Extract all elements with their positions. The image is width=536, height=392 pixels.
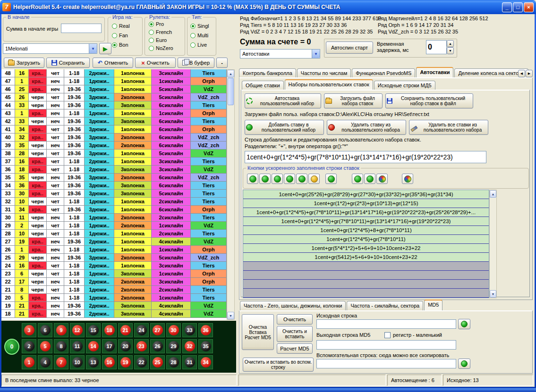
table-row[interactable]: 236чернчет1-181дюжи..3колонка1сиклайнOrp… <box>1 270 227 278</box>
table-row[interactable]: 3210чернчет1-181дюжи..1колонка2сиклайнTi… <box>1 198 227 206</box>
table-row[interactable]: 3935черннеч19-363дюжи..2колонка6сиклайнV… <box>1 142 227 150</box>
autobet-user-set-button[interactable]: Автоставка пользовательский набор <box>245 93 321 108</box>
board-number-16[interactable]: 16 <box>102 355 117 369</box>
subtab-user-bet-sets[interactable]: Наборы пользовательских ставок <box>285 79 373 90</box>
table-row[interactable]: 3716кра..чет1-182дюжи..1колонка3сиклайнT… <box>1 158 227 166</box>
board-number-2[interactable]: 2 <box>22 339 36 353</box>
board-number-21[interactable]: 21 <box>118 323 133 337</box>
scroll-down-icon[interactable]: ▼ <box>490 290 496 298</box>
board-number-zero[interactable]: 0 <box>4 339 19 355</box>
board-number-14[interactable]: 14 <box>86 339 101 353</box>
quick-chip-button-6[interactable] <box>308 174 320 184</box>
radio-euro[interactable]: Euro <box>149 37 167 43</box>
register-checkbox[interactable] <box>384 332 391 338</box>
quick-chip-button-4[interactable] <box>284 174 295 184</box>
board-number-29[interactable]: 29 <box>166 339 181 353</box>
bet-list-item[interactable]: 1cent+0+gr(1*2*4*5)+gr(7*8*10*11)+gr(13*… <box>243 208 489 217</box>
board-number-9[interactable]: 9 <box>54 323 68 337</box>
board-number-33[interactable]: 33 <box>182 323 197 337</box>
quick-chip-button-1[interactable] <box>247 174 258 184</box>
subtab-md5-source[interactable]: Исходные строки МД5 <box>374 81 435 90</box>
board-number-20[interactable]: 20 <box>118 339 133 353</box>
table-row[interactable]: 261кра..неч1-181дюжи..1колонка1сиклайнOr… <box>1 246 227 254</box>
table-row[interactable]: 471кра..неч1-181дюжи..1колонка1сиклайнOr… <box>1 77 227 85</box>
board-number-24[interactable]: 24 <box>134 323 149 337</box>
history-scrollbar[interactable]: ▲ ▼ <box>227 69 235 320</box>
scroll-down-icon[interactable]: ▼ <box>227 312 234 319</box>
md5-aux-input[interactable] <box>316 359 456 368</box>
strategy-combobox[interactable]: 1Melonati ▼ <box>3 43 97 54</box>
load-bet-set-file-button[interactable]: Загрузить файл набора ставок <box>324 93 383 108</box>
board-number-31[interactable]: 31 <box>182 355 197 369</box>
table-row[interactable]: 4433черннеч19-363дюжи..3колонка6сиклайнT… <box>1 101 227 109</box>
titlebar[interactable]: 7 HelperRoullet 5.4- create helperroulle… <box>0 0 536 14</box>
play-button[interactable]: ▶ <box>99 43 111 54</box>
table-row[interactable]: 3134кра..чет19-363дюжи..1колонка6сиклайн… <box>1 206 227 214</box>
board-number-19[interactable]: 19 <box>118 355 133 369</box>
board-number-4[interactable]: 4 <box>38 355 52 369</box>
quick-chip-button-8[interactable] <box>352 174 363 184</box>
board-number-13[interactable]: 13 <box>86 355 101 369</box>
save-bet-set-file-button[interactable]: Сохранить пользовательский набор ставок … <box>385 93 473 108</box>
board-number-1[interactable]: 1 <box>22 355 36 369</box>
tab-freq-sixlines-sectors[interactable]: Частота - сиклайны, сектора <box>347 301 423 310</box>
board-number-22[interactable]: 22 <box>134 355 149 369</box>
scrollbar-thumb[interactable] <box>228 78 234 105</box>
bet-list-item[interactable]: 1cent+gr(5412)+5+6+9+10+10cent+23+22 <box>243 253 489 262</box>
md5-aux-action-button[interactable] <box>458 359 470 369</box>
board-number-23[interactable]: 23 <box>134 339 149 353</box>
board-number-12[interactable]: 12 <box>70 323 85 337</box>
history-table[interactable]: 4816кра..чет1-182дюжи..1колонка3сиклайнT… <box>1 69 227 320</box>
board-number-15[interactable]: 15 <box>86 323 101 337</box>
chevron-down-icon[interactable]: ▼ <box>89 44 97 53</box>
maximize-button[interactable]: □ <box>513 2 523 12</box>
remove-all-bets-button[interactable]: Удалить все ставки из пользовательского … <box>409 120 488 135</box>
board-number-11[interactable]: 11 <box>70 339 85 353</box>
chevron-down-icon[interactable]: ▼ <box>312 50 320 58</box>
sum-start-input[interactable] <box>61 24 102 33</box>
radio-bon[interactable]: Bon <box>112 42 128 48</box>
table-row[interactable]: 3828чернчет19-363дюжи..1колонка5сиклайнV… <box>1 150 227 158</box>
tab-psevdoms[interactable]: Функционал PsevdoMS <box>352 68 415 78</box>
board-number-27[interactable]: 27 <box>150 323 165 337</box>
table-row[interactable]: 3535черннеч19-363дюжи..2колонка6сиклайнV… <box>1 174 227 182</box>
tab-wheel-sectors[interactable]: Деление колеса на сектора <box>454 68 528 78</box>
table-row[interactable]: 3618кра..чет1-182дюжи..3колонка3сиклайнV… <box>1 166 227 174</box>
minimize-button[interactable]: _ <box>502 2 512 12</box>
close-button[interactable]: × <box>524 2 534 12</box>
bet-list-item[interactable]: 1cent+0+gr(1*2*4*5)+gr(7*8*10*11)+gr(13*… <box>243 217 489 226</box>
table-row[interactable]: 1821кра..неч19-362дюжи..3колонка4сиклайн… <box>1 310 227 318</box>
board-number-35[interactable]: 35 <box>198 339 213 353</box>
board-number-28[interactable]: 28 <box>166 355 181 369</box>
load-button[interactable]: Загрузить <box>4 58 44 68</box>
tab-freq-zero-chances[interactable]: Частота - Zero, шансы, дюжины, колонки <box>240 301 346 310</box>
table-row[interactable]: 4526чернчет19-363дюжи..2колонка5сиклайнV… <box>1 93 227 101</box>
save-button[interactable]: Сохранить <box>46 58 90 68</box>
table-row[interactable]: 3330кра..чет19-363дюжи..3колонка5сиклайн… <box>1 190 227 198</box>
table-row[interactable]: 205кра..неч1-181дюжи..2колонка1сиклайнTi… <box>1 294 227 302</box>
table-row[interactable]: 2529черннеч19-363дюжи..2колонка5сиклайнV… <box>1 254 227 262</box>
minus-button[interactable]: - <box>216 58 228 68</box>
table-row[interactable]: 2217черннеч1-182дюжи..2колонка3сиклайнOr… <box>1 278 227 286</box>
radio-nozero[interactable]: NoZero <box>149 45 173 51</box>
board-number-25[interactable]: 25 <box>150 355 165 369</box>
bet-list-item[interactable]: 1cent+gr(1*2*4*5)+gr(7*8*10*11) <box>243 235 489 244</box>
table-row[interactable]: 431кра..неч1-181дюжи..1колонка1сиклайнOr… <box>1 109 227 117</box>
table-row[interactable]: 292чернчет1-181дюжи..2колонка1сиклайнVdZ <box>1 222 227 230</box>
table-row[interactable]: 2416кра..чет1-182дюжи..1колонка3сиклайнT… <box>1 262 227 270</box>
autospin-button[interactable]: Автоспин старт <box>326 42 373 54</box>
board-number-5[interactable]: 5 <box>38 339 52 353</box>
quick-chip-button-3[interactable] <box>272 174 283 184</box>
bet-list[interactable]: 1cent+0+gr(25*26)+gr(28*29)+gr(27*30)+gr… <box>243 190 489 298</box>
board-number-3[interactable]: 3 <box>22 323 36 337</box>
md5-stack-button[interactable]: Очистка Вставка Расчет MD5 <box>242 314 274 350</box>
bet-list-item[interactable]: 1cent+0+gr(25*26)+gr(28*29)+gr(27*30)+gr… <box>243 190 489 199</box>
board-number-10[interactable]: 10 <box>70 355 85 369</box>
table-row[interactable]: 2810чернчет1-181дюжи..1колонка2сиклайнTi… <box>1 230 227 238</box>
table-row[interactable]: 4032кра..чет19-363дюжи..2колонка6сиклайн… <box>1 133 227 142</box>
bet-list-item[interactable]: 1cent+gr(1*2)+gr(2*3)+gr(10*13)+gr(12*15… <box>243 199 489 208</box>
delay-spinner-value[interactable]: 0 <box>426 40 447 54</box>
tab-number-frequencies[interactable]: Частоты по числам <box>297 68 351 78</box>
radio-pro[interactable]: Pro <box>149 21 164 27</box>
board-number-26[interactable]: 26 <box>150 339 165 353</box>
